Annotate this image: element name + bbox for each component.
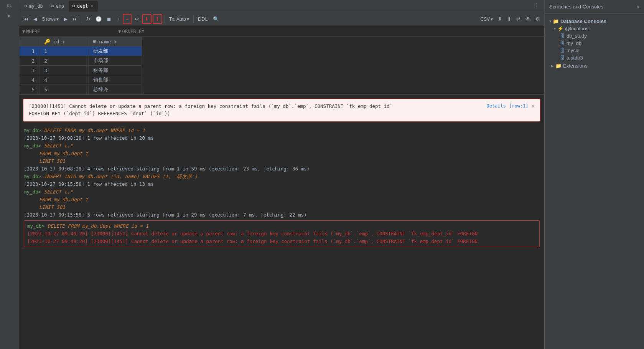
- console-info-entry: [2023-10-27 09:15:58] 5 rows retrieved s…: [24, 211, 540, 219]
- tab-close-dept[interactable]: ×: [90, 3, 94, 8]
- sidebar-tree: ▾ 📁 Database Consoles ▾ ⚡ @localhost 🗄 d…: [545, 14, 644, 73]
- console-sql-entry: my_db> SELECT t.*: [24, 188, 540, 196]
- console-info-entry: [2023-10-27 09:08:28] 4 rows retrieved s…: [24, 165, 540, 173]
- extensions-folder-icon: 📁: [555, 63, 562, 69]
- col-name[interactable]: ⊞ name ↕: [88, 37, 142, 46]
- first-page-button[interactable]: ⏮: [21, 15, 30, 23]
- row-num: 3: [20, 66, 40, 75]
- console-sql-entry: my_db> INSERT INTO my_db.dept (id, name)…: [24, 173, 540, 180]
- row-num: 4: [20, 75, 40, 85]
- separator-2: [165, 15, 165, 23]
- sidebar-collapse-button[interactable]: ∧: [636, 4, 639, 10]
- tab-dept[interactable]: ⊞ dept ×: [69, 1, 98, 12]
- table-row[interactable]: 4 4 销售部: [20, 75, 142, 85]
- rows-dropdown[interactable]: 5 rows ▾: [40, 15, 61, 23]
- db-consoles-folder-icon: 📁: [553, 18, 559, 24]
- cell-name: 财务部: [88, 66, 142, 75]
- data-table-container: 🔑 id ↕ ⊞ name ↕ 1 1 研发部 2 2 市场部 3 3 财务部 …: [19, 37, 544, 95]
- col-rownum: [20, 37, 40, 46]
- settings-button[interactable]: ⚙: [534, 15, 542, 23]
- table-row[interactable]: 2 2 市场部: [20, 56, 142, 66]
- rows-label: 5 rows: [42, 17, 56, 22]
- toolbar: ⏮ ◀ 5 rows ▾ ▶ ⏭ ↻ 🕐 ⏹ + − ↩ ⬇ ⬆ Tx: Aut…: [19, 12, 544, 26]
- cell-name: 销售部: [88, 75, 142, 85]
- testdb3-icon: 🗄: [560, 55, 565, 61]
- error-panel: [23000][1451] Cannot delete or update a …: [23, 99, 540, 122]
- rows-dropdown-arrow: ▾: [56, 17, 59, 22]
- export-button[interactable]: ⬆: [153, 14, 162, 24]
- extensions-section[interactable]: ▶ 📁 Extensions: [548, 61, 641, 70]
- console-sql-continuation: LIMIT 501: [24, 157, 540, 165]
- tx-dropdown[interactable]: Tx: Auto ▾: [167, 15, 191, 23]
- separator-3: [193, 15, 194, 23]
- db-consoles-section[interactable]: ▾ 📁 Database Consoles: [548, 18, 641, 25]
- localhost-arrow: ▾: [554, 26, 556, 31]
- error-actions: Details [row:1] ✕: [483, 103, 535, 109]
- my-db-node[interactable]: 🗄 my_db: [548, 40, 641, 47]
- view-button[interactable]: 👁: [524, 15, 532, 23]
- error-close-button[interactable]: ✕: [532, 103, 535, 109]
- cell-name: 总经办: [88, 85, 142, 94]
- prev-page-button[interactable]: ◀: [31, 15, 39, 23]
- order-label: ▼ ORDER BY: [118, 29, 144, 34]
- where-label: ▼ WHERE: [22, 29, 40, 34]
- stop-button[interactable]: ⏹: [105, 15, 114, 23]
- error-row-ref: [row:1]: [509, 103, 529, 109]
- history-button[interactable]: 🕐: [94, 15, 104, 23]
- db-study-label: db_study: [567, 33, 587, 39]
- cell-id: 3: [40, 66, 88, 75]
- ddl-button[interactable]: DDL: [196, 15, 210, 23]
- delete-row-button[interactable]: −: [123, 14, 132, 24]
- error-block-sql: DELETE FROM my_db.dept WHERE id = 1: [48, 223, 148, 229]
- right-sidebar: Scratches and Consoles ∧ ▾ 📁 Database Co…: [544, 0, 644, 349]
- add-row-button[interactable]: +: [115, 15, 122, 23]
- extensions-arrow: ▶: [551, 64, 554, 68]
- error-block-prompt: my_db>: [27, 223, 44, 229]
- csv-label: CSV: [480, 17, 490, 22]
- console-sql-continuation: LIMIT 501: [24, 203, 540, 211]
- right-sidebar-title: Scratches and Consoles: [549, 4, 603, 10]
- next-page-button[interactable]: ▶: [62, 15, 69, 23]
- cell-name: 研发部: [88, 46, 142, 56]
- csv-dropdown[interactable]: CSV ▾: [478, 15, 495, 23]
- my-db-icon: 🗄: [560, 40, 565, 46]
- col-id[interactable]: 🔑 id ↕: [40, 37, 88, 46]
- tx-arrow: ▾: [187, 17, 189, 22]
- import-button[interactable]: ⬇: [142, 14, 152, 24]
- console-sql-continuation: FROM my_db.dept t: [24, 150, 540, 157]
- download-button[interactable]: ⬇: [496, 15, 504, 23]
- console-prompt: my_db>: [24, 127, 41, 133]
- left-strip: DL ▶: [0, 0, 19, 349]
- console-sql-text: INSERT INTO my_db.dept (id, name) VALUES…: [44, 174, 198, 179]
- left-nav-arrow[interactable]: ▶: [8, 13, 11, 18]
- undo-button[interactable]: ↩: [133, 15, 141, 23]
- last-page-button[interactable]: ⏭: [71, 15, 79, 23]
- tab-bar: ⊞ my_db ⊞ emp ⊞ dept × ⋮: [19, 0, 544, 12]
- testdb3-node[interactable]: 🗄 testdb3: [548, 54, 641, 61]
- console-sql-text: SELECT t.*: [44, 143, 73, 149]
- main-area: ⊞ my_db ⊞ emp ⊞ dept × ⋮ ⏮ ◀ 5 rows ▾ ▶ …: [19, 0, 544, 349]
- compare-button[interactable]: ⇄: [514, 15, 522, 23]
- filter-icon: ▼: [22, 29, 25, 34]
- row-num: 1: [20, 46, 40, 56]
- table-row[interactable]: 5 5 总经办: [20, 85, 142, 94]
- table-row[interactable]: 1 1 研发部: [20, 46, 142, 56]
- localhost-node[interactable]: ▾ ⚡ @localhost: [548, 25, 641, 32]
- table-row[interactable]: 3 3 财务部: [20, 66, 142, 75]
- upload-button[interactable]: ⬆: [505, 15, 513, 23]
- search-button[interactable]: 🔍: [211, 15, 221, 23]
- db-study-node[interactable]: 🗄 db_study: [548, 32, 641, 40]
- mysql-node[interactable]: 🗄 mysql: [548, 47, 641, 54]
- tab-more-button[interactable]: ⋮: [530, 2, 543, 10]
- right-sidebar-header: Scratches and Consoles ∧: [545, 0, 644, 14]
- filter-bar: ▼ WHERE ▼ ORDER BY: [19, 26, 544, 37]
- tab-label-dept: dept: [77, 3, 88, 9]
- refresh-button[interactable]: ↻: [84, 15, 92, 23]
- console-info-entry: [2023-10-27 09:08:28] 1 row affected in …: [24, 134, 540, 142]
- cell-name: 市场部: [88, 56, 142, 66]
- extensions-label: Extensions: [563, 63, 588, 69]
- tab-my-db[interactable]: ⊞ my_db: [21, 1, 47, 12]
- console-prompt: my_db>: [24, 174, 41, 179]
- tab-emp[interactable]: ⊞ emp: [48, 1, 68, 12]
- error-details-link[interactable]: Details: [486, 103, 506, 109]
